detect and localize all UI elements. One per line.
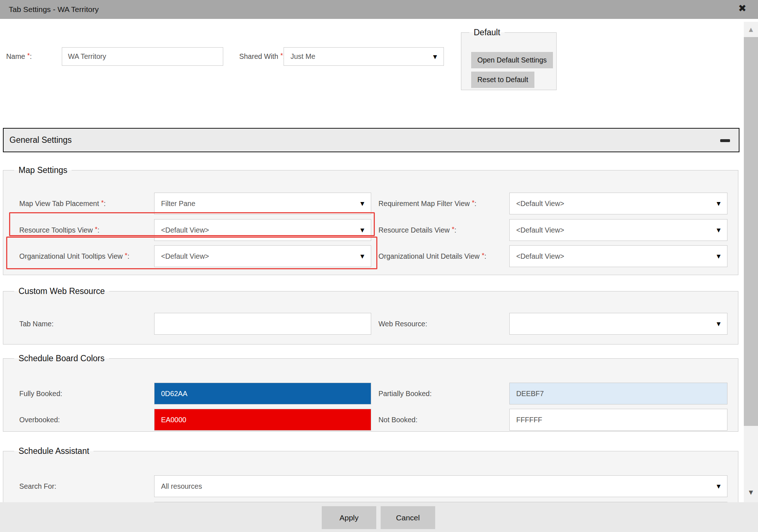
cancel-button[interactable]: Cancel (381, 506, 435, 529)
map-view-tab-placement-dropdown[interactable]: Filter Pane ▼ (154, 193, 371, 214)
organizational-unit-tooltips-view-label: Organizational Unit Tooltips View*: (19, 252, 129, 261)
overbooked-color-input[interactable]: EA0000 (154, 409, 371, 431)
schedule-board-colors-panel: Schedule Board Colors Fully Booked: 0D62… (3, 354, 738, 432)
close-icon[interactable]: ✖ (736, 3, 749, 13)
vertical-scrollbar[interactable]: ▲ ▼ (744, 22, 758, 502)
chevron-down-icon: ▼ (360, 253, 364, 259)
fully-booked-color-input[interactable]: 0D62AA (154, 383, 371, 404)
required-marker: * (125, 252, 127, 259)
required-marker: * (482, 252, 484, 259)
chevron-down-icon: ▼ (717, 227, 721, 233)
organizational-unit-details-view-value: <Default View> (516, 252, 717, 261)
web-resource-dropdown[interactable]: ▼ (509, 313, 727, 335)
required-marker: * (95, 226, 97, 233)
map-settings-panel: Map Settings Map View Tab Placement*: Fi… (3, 165, 738, 275)
organizational-unit-details-view-dropdown[interactable]: <Default View> ▼ (509, 245, 727, 267)
schedule-assistant-legend: Schedule Assistant (14, 446, 93, 456)
chevron-down-icon: ▼ (360, 227, 364, 233)
tab-name-input[interactable] (154, 313, 371, 335)
minus-icon (720, 139, 730, 142)
default-panel: Default Open Default Settings Reset to D… (461, 28, 557, 90)
resource-tooltips-view-dropdown[interactable]: <Default View> ▼ (154, 219, 371, 241)
organizational-unit-details-view-label: Organizational Unit Details View*: (378, 252, 486, 261)
chevron-down-icon: ▼ (360, 201, 364, 206)
tab-name-label: Tab Name: (19, 320, 53, 328)
web-resource-label: Web Resource: (378, 320, 427, 328)
required-marker: * (472, 199, 474, 206)
map-view-tab-placement-value: Filter Pane (161, 200, 360, 208)
schedule-assistant-panel: Schedule Assistant Search For: All resou… (3, 446, 738, 508)
custom-web-resource-legend: Custom Web Resource (14, 286, 109, 296)
search-for-dropdown[interactable]: All resources ▼ (154, 475, 727, 497)
required-marker: * (452, 226, 454, 233)
apply-button[interactable]: Apply (322, 506, 376, 529)
map-view-tab-placement-label: Map View Tab Placement*: (19, 200, 106, 208)
scroll-down-icon[interactable]: ▼ (744, 487, 758, 498)
shared-with-label: Shared With*: (239, 52, 285, 61)
open-default-settings-button[interactable]: Open Default Settings (471, 52, 553, 68)
resource-tooltips-view-value: <Default View> (161, 226, 360, 234)
shared-with-dropdown[interactable]: Just Me ▼ (284, 47, 444, 66)
chevron-down-icon: ▼ (717, 253, 721, 259)
resource-tooltips-view-label: Resource Tooltips View*: (19, 226, 99, 234)
dialog-title: Tab Settings - WA Territory (9, 5, 99, 14)
organizational-unit-tooltips-view-dropdown[interactable]: <Default View> ▼ (154, 245, 371, 267)
not-booked-label: Not Booked: (378, 416, 417, 424)
not-booked-color-input[interactable]: FFFFFF (509, 409, 727, 431)
chevron-down-icon: ▼ (717, 321, 721, 327)
resource-details-view-dropdown[interactable]: <Default View> ▼ (509, 219, 727, 241)
requirement-map-filter-view-label: Requirement Map Filter View*: (378, 200, 477, 208)
general-settings-header[interactable]: General Settings (3, 128, 739, 152)
fully-booked-label: Fully Booked: (19, 390, 62, 398)
partially-booked-color-input[interactable]: DEEBF7 (509, 383, 727, 404)
required-marker: * (280, 52, 283, 59)
search-for-value: All resources (161, 482, 717, 491)
chevron-down-icon: ▼ (717, 483, 721, 489)
default-panel-legend: Default (469, 28, 505, 37)
custom-web-resource-panel: Custom Web Resource Tab Name: Web Resour… (3, 286, 738, 344)
chevron-down-icon: ▼ (717, 201, 721, 206)
dialog-footer: Apply Cancel (0, 502, 758, 532)
map-settings-legend: Map Settings (14, 165, 72, 175)
overbooked-label: Overbooked: (19, 416, 60, 424)
organizational-unit-tooltips-view-value: <Default View> (161, 252, 360, 261)
reset-to-default-button[interactable]: Reset to Default (471, 72, 534, 88)
collapse-section-button[interactable] (715, 129, 733, 152)
requirement-map-filter-view-value: <Default View> (516, 200, 717, 208)
name-label: Name*: (6, 52, 32, 61)
required-marker: * (27, 52, 30, 59)
required-marker: * (101, 199, 104, 206)
resource-details-view-value: <Default View> (516, 226, 717, 234)
scrollbar-thumb[interactable] (744, 37, 758, 426)
requirement-map-filter-view-dropdown[interactable]: <Default View> ▼ (509, 193, 727, 214)
schedule-board-colors-legend: Schedule Board Colors (14, 354, 109, 363)
resource-details-view-label: Resource Details View*: (378, 226, 456, 234)
general-settings-title: General Settings (9, 135, 72, 145)
search-for-label: Search For: (19, 482, 56, 491)
shared-with-value: Just Me (290, 52, 433, 61)
scroll-up-icon[interactable]: ▲ (744, 24, 758, 35)
name-input[interactable] (62, 47, 223, 66)
dialog-titlebar: Tab Settings - WA Territory ✖ (0, 0, 758, 19)
partially-booked-label: Partially Booked: (378, 390, 432, 398)
chevron-down-icon: ▼ (433, 54, 437, 60)
